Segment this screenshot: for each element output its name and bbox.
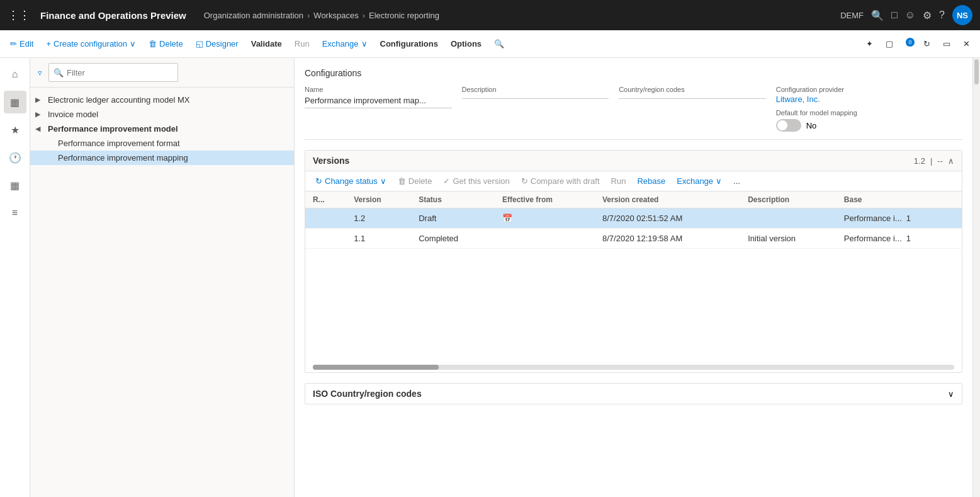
iso-header[interactable]: ISO Country/region codes ∨ [305,384,962,404]
calendar-icon: 📅 [502,214,512,223]
filter-input[interactable] [48,63,178,82]
breadcrumb-chevron2: › [363,11,365,20]
col-description: Description [740,191,836,209]
create-config-button[interactable]: + Create configuration ∨ [41,37,141,51]
breadcrumb: Organization administration › Workspaces… [204,11,835,20]
view-button[interactable]: ▢ [881,37,898,51]
tree-item-perf-mapping[interactable]: Performance improvement mapping [30,151,294,165]
provider-value[interactable]: Litware, Inc. [776,94,952,104]
recent-icon-btn[interactable]: 🕐 [4,146,26,169]
default-toggle[interactable] [776,119,801,132]
run-button[interactable]: Run [290,37,315,51]
search-icon[interactable]: 🔍 [871,9,884,21]
search-action-button[interactable]: 🔍 [489,37,509,51]
notification-button[interactable]: ● 0 [901,37,916,51]
row1-desc [740,209,836,229]
configurations-button[interactable]: Configurations [375,37,443,51]
col-effective-from: Effective from [495,191,595,209]
help-icon[interactable]: ? [939,9,945,21]
config-fields: Name Performance improvement map... Desc… [305,86,962,140]
filter-wrapper: 🔍 [48,63,289,82]
vertical-scrollbar-track[interactable] [972,58,980,497]
versions-dash: -- [937,156,943,166]
name-value: Performance improvement map... [305,96,452,108]
get-this-version-button[interactable]: ✓ Get this version [438,174,514,188]
change-status-button[interactable]: ↻ Change status ∨ [310,174,391,188]
tree-item-electronic-ledger[interactable]: ▶ Electronic ledger accounting model MX [30,93,294,107]
versions-toolbar: ↻ Change status ∨ 🗑 Delete ✓ Get this ve… [305,171,962,191]
table-row[interactable]: 1.1 Completed 8/7/2020 12:19:58 AM Initi… [305,229,962,249]
desc-value [462,96,609,99]
tree-item-invoice-model[interactable]: ▶ Invoice model [30,107,294,122]
default-value: No [806,121,817,130]
versions-title: Versions [313,156,914,166]
row1-r [305,209,346,229]
designer-button[interactable]: ◱ Designer [191,37,244,51]
vertical-scrollbar-thumb [974,59,979,84]
main-layout: ⌂ ▦ ★ 🕐 ▦ ≡ ▿ 🔍 ▶ Electronic ledger acco… [0,58,980,497]
breadcrumb-org[interactable]: Organization administration [204,11,303,20]
rebase-button[interactable]: Rebase [632,174,670,188]
tree-label-4: Performance improvement format [58,139,180,148]
tree-label-3: Performance improvement model [48,124,178,134]
action-bar-right: ✦ ▢ ● 0 ↻ ▭ ✕ [861,37,975,51]
default-label: Default for model mapping [776,109,952,117]
home-icon-btn[interactable]: ⌂ [4,63,26,86]
col-version: Version [346,191,411,209]
iso-title: ISO Country/region codes [313,389,948,399]
fullscreen-button[interactable]: ▭ [938,37,955,51]
versions-delete-button[interactable]: 🗑 Delete [393,174,437,188]
versions-version-num: 1.2 [914,156,925,166]
versions-table-scroll: R... Version Status Effective from Versi… [305,191,962,372]
delete-button[interactable]: 🗑 Delete [144,37,188,51]
row2-r [305,229,346,249]
collapse-icon[interactable]: ∧ [948,156,954,166]
breadcrumb-electronic[interactable]: Electronic reporting [369,11,439,20]
top-bar: ⋮⋮ Finance and Operations Preview Organi… [0,0,980,30]
row1-base-link[interactable]: Performance i... [844,214,902,223]
action-bar: ✏ Edit + Create configuration ∨ 🗑 Delete… [0,30,980,58]
change-status-chevron: ∨ [380,176,386,186]
horizontal-scrollbar[interactable] [313,365,954,370]
table-row[interactable]: 1.2 Draft 📅 8/7/2020 02:51:52 AM Perform… [305,209,962,229]
row1-version: 1.2 [346,209,411,229]
row2-effective [495,229,595,249]
app-title: Finance and Operations Preview [40,10,186,21]
edit-button[interactable]: ✏ Edit [5,37,38,51]
favorites-icon-btn[interactable]: ★ [4,118,26,141]
exchange-button[interactable]: Exchange ∨ [317,37,373,51]
validate-button[interactable]: Validate [246,37,287,51]
col-base: Base [836,191,962,209]
row1-base: Performance i... 1 [836,209,962,229]
settings-icon[interactable]: ⚙ [923,9,932,21]
waffle-icon[interactable]: ⋮⋮ [8,8,30,22]
filter-icon-btn[interactable]: ▦ [4,91,26,113]
versions-run-button[interactable]: Run [606,174,631,188]
comment-icon[interactable]: □ [891,9,898,21]
tree-panel: ▿ 🔍 ▶ Electronic ledger accounting model… [30,58,295,497]
versions-exchange-button[interactable]: Exchange ∨ [672,174,727,188]
row2-desc: Initial version [740,229,836,249]
edit-icon: ✏ [10,39,17,49]
expand-icon-3: ◀ [35,125,45,133]
tree-filter-button[interactable]: ▿ [35,66,45,80]
tree-item-perf-model[interactable]: ◀ Performance improvement model [30,122,294,136]
table-header-row: R... Version Status Effective from Versi… [305,191,962,209]
personalize-button[interactable]: ✦ [861,37,878,51]
row2-version: 1.1 [346,229,411,249]
tree-item-perf-format[interactable]: Performance improvement format [30,136,294,151]
list-icon-btn[interactable]: ≡ [4,202,26,224]
more-button[interactable]: ... [728,174,745,188]
notification-badge: 0 [906,38,915,47]
dashboard-icon-btn[interactable]: ▦ [4,174,26,197]
avatar[interactable]: NS [952,5,972,25]
tree-label-5: Performance improvement mapping [58,153,188,163]
compare-with-draft-button[interactable]: ↻ Compare with draft [516,174,605,188]
versions-delete-icon: 🗑 [398,176,406,186]
options-button[interactable]: Options [446,37,487,51]
emoji-icon[interactable]: ☺ [905,9,915,21]
refresh-button[interactable]: ↻ [918,37,935,51]
close-button[interactable]: ✕ [958,37,975,51]
row1-effective: 📅 [495,209,595,229]
breadcrumb-workspaces[interactable]: Workspaces [313,11,358,20]
